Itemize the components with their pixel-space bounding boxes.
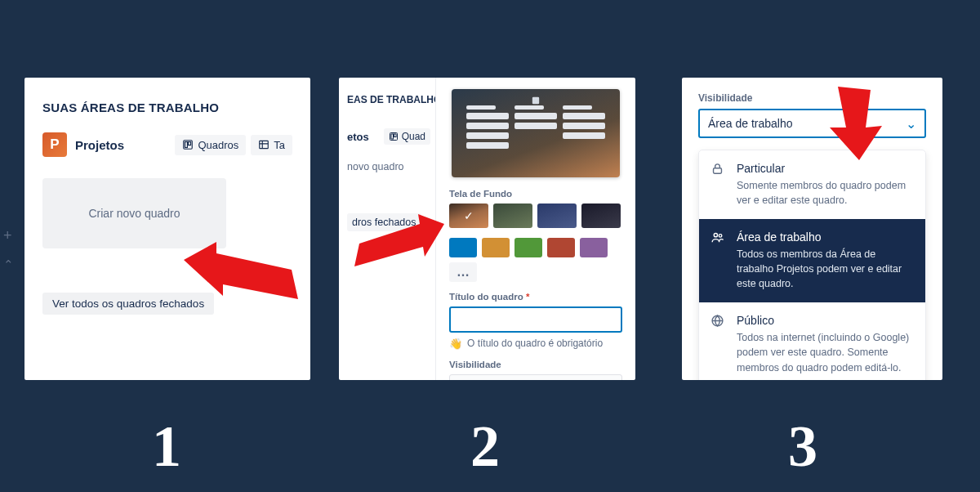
svg-rect-6 bbox=[394, 134, 396, 137]
svg-rect-5 bbox=[391, 134, 394, 139]
svg-rect-1 bbox=[185, 142, 188, 148]
visibility-options-list: ParticularSomente membros do quadro pode… bbox=[698, 150, 926, 380]
trello-icon bbox=[182, 139, 194, 150]
visibility-option-desc: Todos na internet (incluindo o Google) p… bbox=[737, 330, 914, 374]
svg-rect-8 bbox=[714, 168, 722, 173]
create-board-popover: Tela de Fundo … Título do quadro * 👋 O t… bbox=[435, 78, 635, 380]
create-board-tile[interactable]: Criar novo quadro bbox=[42, 178, 226, 248]
background-image-list bbox=[449, 204, 622, 228]
tab-tables-partial[interactable]: Ta bbox=[251, 135, 292, 155]
background-label: Tela de Fundo bbox=[449, 189, 622, 199]
sidebar-chevron-icon[interactable]: ⌃ bbox=[3, 257, 14, 272]
background-more-button[interactable]: … bbox=[449, 262, 477, 282]
table-icon bbox=[258, 139, 270, 150]
background-color-list: … bbox=[449, 238, 622, 282]
background-color-option[interactable] bbox=[547, 238, 575, 257]
tab-boards[interactable]: Quadros bbox=[175, 135, 246, 155]
people-icon bbox=[710, 230, 727, 291]
background-image-option[interactable] bbox=[581, 204, 621, 228]
board-title-error: 👋 O título do quadro é obrigatório bbox=[449, 338, 622, 350]
workspaces-heading: SUAS ÁREAS DE TRABALHO bbox=[42, 101, 292, 114]
visibility-option-title: Particular bbox=[737, 161, 914, 177]
globe-icon bbox=[710, 313, 727, 374]
svg-rect-3 bbox=[260, 141, 269, 148]
step-number-3: 3 bbox=[788, 413, 817, 481]
board-title-label: Título do quadro * bbox=[449, 292, 622, 302]
visibility-option-public[interactable]: PúblicoTodos na internet (incluindo o Go… bbox=[699, 302, 925, 380]
svg-point-9 bbox=[714, 234, 717, 237]
visibility-select-open[interactable]: Área de trabalho ⌄ bbox=[698, 109, 926, 138]
visibility-option-private[interactable]: ParticularSomente membros do quadro pode… bbox=[699, 150, 925, 219]
visibility-label: Visibilidade bbox=[449, 360, 622, 369]
visibility-select[interactable]: Área de trabalho ⌄ bbox=[449, 374, 622, 380]
visibility-option-title: Área de trabalho bbox=[737, 230, 914, 245]
workspace-name-partial: etos bbox=[347, 131, 369, 143]
trello-icon bbox=[389, 132, 399, 141]
visibility-option-desc: Todos os membros da Área de trabalho Pro… bbox=[737, 247, 914, 291]
svg-rect-7 bbox=[532, 97, 539, 104]
workspaces-heading-partial: EAS DE TRABALHO bbox=[347, 94, 430, 105]
step-number-2: 2 bbox=[470, 413, 500, 481]
step-number-1: 1 bbox=[152, 413, 181, 481]
svg-point-10 bbox=[719, 235, 722, 238]
closed-boards-partial[interactable]: dros fechados bbox=[347, 213, 421, 231]
view-closed-boards-button[interactable]: Ver todos os quadros fechados bbox=[42, 293, 214, 315]
background-image-option[interactable] bbox=[537, 204, 577, 228]
lock-icon bbox=[710, 161, 727, 208]
background-color-option[interactable] bbox=[482, 238, 510, 257]
sidebar-plus-icon[interactable]: + bbox=[3, 227, 12, 244]
board-preview bbox=[452, 89, 620, 177]
visibility-label: Visibilidade bbox=[698, 92, 926, 104]
visibility-option-desc: Somente membros do quadro podem ver e ed… bbox=[737, 178, 914, 208]
wave-icon: 👋 bbox=[449, 338, 462, 350]
workspace-name: Projetos bbox=[75, 138, 124, 152]
background-color-option[interactable] bbox=[449, 238, 477, 257]
workspace-initial-icon: P bbox=[42, 132, 67, 157]
create-board-partial[interactable]: novo quadro bbox=[347, 161, 430, 172]
visibility-option-title: Público bbox=[737, 313, 914, 329]
background-image-option[interactable] bbox=[493, 204, 532, 228]
workspace-row: P Projetos Quadros Ta bbox=[42, 132, 292, 157]
background-color-option[interactable] bbox=[514, 238, 542, 257]
trello-logo-icon bbox=[531, 93, 541, 101]
background-image-option[interactable] bbox=[449, 204, 488, 228]
visibility-option-workspace[interactable]: Área de trabalhoTodos os membros da Área… bbox=[699, 219, 925, 302]
chevron-down-icon: ⌄ bbox=[906, 116, 916, 132]
panel-create-board: EAS DE TRABALHO etos Quad novo quadro dr… bbox=[339, 78, 635, 380]
panel-visibility-dropdown: Visibilidade Área de trabalho ⌄ Particul… bbox=[682, 78, 942, 380]
background-color-option[interactable] bbox=[580, 238, 608, 257]
panel2-left-context: EAS DE TRABALHO etos Quad novo quadro dr… bbox=[339, 78, 435, 380]
board-title-input[interactable] bbox=[449, 306, 622, 333]
panel-workspaces: SUAS ÁREAS DE TRABALHO P Projetos Quadro… bbox=[24, 78, 310, 380]
svg-rect-2 bbox=[189, 142, 191, 145]
tab-boards-partial[interactable]: Quad bbox=[384, 128, 430, 145]
